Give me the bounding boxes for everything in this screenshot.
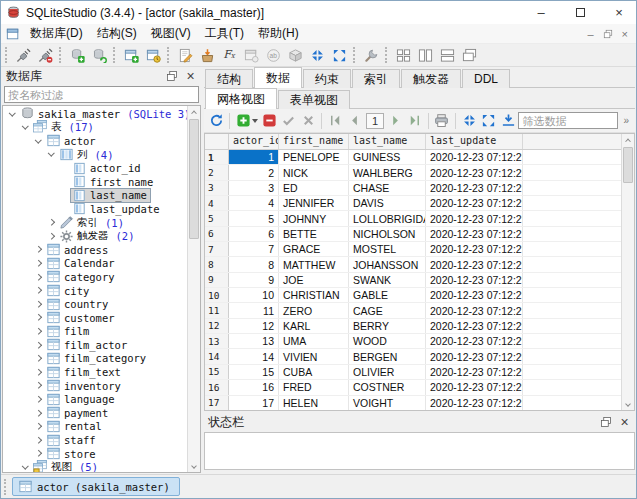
grid-cell[interactable]: JENNIFER: [279, 196, 349, 210]
next-page-button[interactable]: [386, 111, 404, 131]
expand-windows-button[interactable]: [328, 45, 350, 66]
row-header[interactable]: 10: [205, 288, 229, 302]
grid-cell[interactable]: 2020-12-23 07:12:29: [426, 365, 523, 379]
page-number-box[interactable]: 1: [366, 113, 384, 129]
resize-columns-button[interactable]: [460, 111, 478, 131]
grid-cell[interactable]: ZERO: [279, 303, 349, 317]
menu-item-1[interactable]: 结构(S): [90, 24, 144, 43]
grid-cell[interactable]: 2020-12-23 07:12:29: [426, 319, 523, 333]
grid-cell[interactable]: ED: [279, 181, 349, 195]
tree-item-film[interactable]: film: [3, 325, 187, 339]
tree-expander-icon[interactable]: [32, 383, 45, 388]
tree-expander-icon[interactable]: [19, 465, 32, 470]
open-table-window-button[interactable]: [174, 45, 196, 66]
mdi-close-button[interactable]: ×: [622, 28, 628, 40]
grid-cell[interactable]: 1: [229, 150, 279, 164]
tree-item-address[interactable]: address: [3, 243, 187, 257]
configuration-button[interactable]: [360, 45, 382, 66]
grid-corner[interactable]: [205, 134, 229, 149]
grid-cell[interactable]: 2: [229, 165, 279, 179]
grid-cell[interactable]: WAHLBERG: [349, 165, 426, 179]
row-header[interactable]: 9: [205, 273, 229, 287]
grid-cell[interactable]: 2020-12-23 07:12:29: [426, 196, 523, 210]
tree-item--[interactable]: 列(4): [3, 148, 187, 162]
tree-item--[interactable]: 索引(1): [3, 216, 187, 230]
tree-item--[interactable]: 表(17): [3, 121, 187, 135]
grid-cell[interactable]: MATTHEW: [279, 257, 349, 271]
grid-cell[interactable]: KARL: [279, 319, 349, 333]
grid-cell[interactable]: 4: [229, 196, 279, 210]
toolbar-overflow-button[interactable]: »: [619, 115, 632, 126]
scroll-down-icon[interactable]: [189, 460, 200, 472]
row-header[interactable]: 13: [205, 334, 229, 348]
tree-item-actor[interactable]: actor: [3, 134, 187, 148]
close-button[interactable]: ×: [602, 1, 636, 24]
tile-vertically-button[interactable]: [414, 45, 436, 66]
row-header[interactable]: 6: [205, 227, 229, 241]
float-panel-icon[interactable]: [164, 69, 179, 84]
load-all-button[interactable]: [499, 111, 517, 131]
row-header[interactable]: 14: [205, 349, 229, 363]
tab-structure[interactable]: 结构: [205, 69, 253, 88]
tree-filter-input[interactable]: [4, 86, 199, 103]
column-header-last_name[interactable]: last_name: [349, 134, 426, 149]
grid-cell[interactable]: 2020-12-23 07:12:29: [426, 242, 523, 256]
grid-cell[interactable]: 14: [229, 349, 279, 363]
grid-cell[interactable]: 3: [229, 181, 279, 195]
grid-cell[interactable]: 2020-12-23 07:12:29: [426, 334, 523, 348]
grid-cell[interactable]: SWANK: [349, 273, 426, 287]
row-header[interactable]: 1: [205, 150, 229, 164]
row-header[interactable]: 7: [205, 242, 229, 256]
row-header[interactable]: 16: [205, 380, 229, 394]
tree-expander-icon[interactable]: [32, 370, 45, 375]
grid-cell[interactable]: 2020-12-23 07:12:29: [426, 273, 523, 287]
import-data-button[interactable]: [196, 45, 218, 66]
grid-cell[interactable]: CAGE: [349, 303, 426, 317]
open-config-dialog-button[interactable]: ab: [262, 45, 284, 66]
open-sql-editor-button[interactable]: [120, 45, 142, 66]
taskbar-tab[interactable]: actor (sakila_master): [12, 477, 180, 496]
row-header[interactable]: 2: [205, 165, 229, 179]
grid-cell[interactable]: VOIGHT: [349, 396, 426, 410]
add-row-button[interactable]: [234, 111, 259, 131]
row-header[interactable]: 17: [205, 396, 229, 410]
tree-expander-icon[interactable]: [32, 288, 45, 293]
tab-ddl[interactable]: DDL: [462, 69, 510, 88]
grid-cell[interactable]: OLIVIER: [349, 365, 426, 379]
tree-item-first_name[interactable]: first_name: [3, 175, 187, 189]
grid-scroll-thumb[interactable]: [623, 147, 633, 183]
tree-expander-icon[interactable]: [45, 234, 58, 239]
row-header[interactable]: 8: [205, 257, 229, 271]
row-header[interactable]: 12: [205, 319, 229, 333]
tree-item-last_update[interactable]: last_update: [3, 202, 187, 216]
grid-cell[interactable]: 17: [229, 396, 279, 410]
tile-horizontally-button[interactable]: [436, 45, 458, 66]
open-ddl-history-button[interactable]: [142, 45, 164, 66]
tab-triggers[interactable]: 触发器: [401, 69, 461, 88]
resize-rows-button[interactable]: [479, 111, 497, 131]
grid-cell[interactable]: CHRISTIAN: [279, 288, 349, 302]
tree-expander-icon[interactable]: [6, 112, 19, 117]
grid-cell[interactable]: 2020-12-23 07:12:29: [426, 181, 523, 195]
row-header[interactable]: 11: [205, 303, 229, 317]
tree-expander-icon[interactable]: [32, 139, 45, 144]
tree-expander-icon[interactable]: [32, 451, 45, 456]
scroll-up-icon[interactable]: [623, 134, 634, 146]
print-button[interactable]: [433, 111, 451, 131]
tree-item-city[interactable]: city: [3, 284, 187, 298]
grid-cell[interactable]: HELEN: [279, 396, 349, 410]
grid-scrollbar[interactable]: [621, 134, 634, 410]
grid-cell[interactable]: 15: [229, 365, 279, 379]
tree-item-store[interactable]: store: [3, 447, 187, 461]
tree-item-calendar[interactable]: Calendar: [3, 257, 187, 271]
tree-item-customer[interactable]: customer: [3, 311, 187, 325]
grid-cell[interactable]: 10: [229, 288, 279, 302]
grid-cell[interactable]: COSTNER: [349, 380, 426, 394]
tree-expander-icon[interactable]: [32, 315, 45, 320]
mdi-restore-button[interactable]: [603, 29, 613, 39]
tree-item-payment[interactable]: payment: [3, 406, 187, 420]
last-page-button[interactable]: [405, 111, 423, 131]
grid-cell[interactable]: 2020-12-23 07:12:29: [426, 165, 523, 179]
grid-cell[interactable]: 2020-12-23 07:12:29: [426, 211, 523, 225]
grid-cell[interactable]: 2020-12-23 07:12:29: [426, 349, 523, 363]
